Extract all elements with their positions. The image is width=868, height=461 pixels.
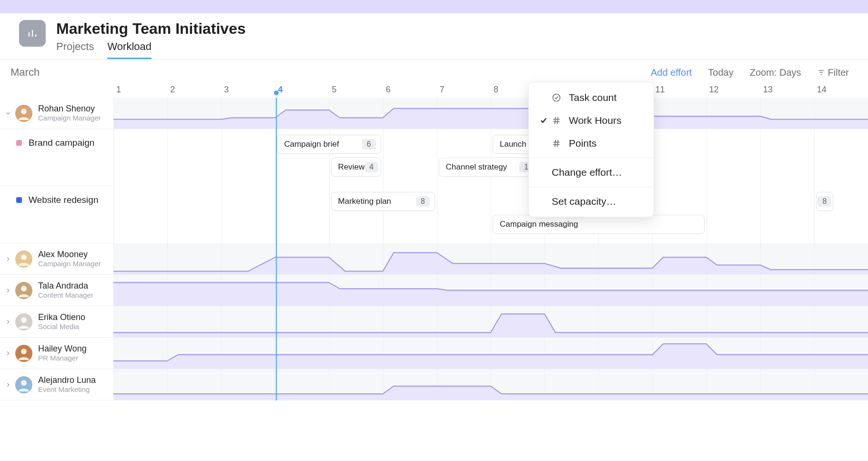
day-cell[interactable]: 2 [167,85,221,95]
task-badge: 8 [416,196,430,207]
chevron-right-icon[interactable] [4,381,12,388]
person-sidebar-cell[interactable]: Alejandro LunaEvent Marketing [0,369,113,400]
avatar [15,251,32,268]
task-label: Marketing plan [338,197,392,206]
svg-point-17 [21,380,27,386]
person-row: Erika OtienoSocial Media [0,306,868,338]
avatar [15,105,32,122]
task-card[interactable]: Review4 [331,158,381,177]
day-cell[interactable]: 1 [113,85,167,95]
person-name: Hailey Wong [38,344,87,354]
dropdown-work-hours[interactable]: Work Hours [529,109,654,132]
add-effort-button[interactable]: Add effort [651,67,692,78]
svg-point-13 [21,317,27,323]
task-label: Campaign brief [284,140,339,149]
day-cell[interactable]: 3 [221,85,275,95]
dropdown-task-count[interactable]: Task count [529,86,654,109]
task-card[interactable]: Campaign brief6 [277,135,381,154]
chevron-right-icon[interactable] [4,256,12,262]
task-card[interactable]: Marketing plan8 [331,192,435,211]
filter-label: Filter [828,67,849,78]
task-badge: 4 [364,162,378,172]
project-sidebar[interactable]: Brand campaign [0,129,113,186]
svg-point-18 [553,94,560,101]
svg-line-25 [555,140,556,147]
tab-workload[interactable]: Workload [107,40,151,59]
person-role: Campaign Manager [38,260,101,268]
svg-line-26 [557,140,558,147]
task-label: Channel strategy [446,162,507,172]
check-circle-icon [552,93,563,102]
zoom-button[interactable]: Zoom: Days [750,67,801,78]
day-cell[interactable]: 7 [437,85,491,95]
chevron-right-icon[interactable] [4,287,12,294]
chevron-right-icon[interactable] [4,350,12,357]
avatar [15,345,32,362]
day-cell[interactable]: 14 [814,85,868,95]
task-card[interactable]: Channel strategy12 [439,158,543,177]
dropdown-label: Change effort… [552,167,622,178]
dropdown-label: Points [569,138,596,149]
person-role: Content Manager [38,291,93,300]
avatar [15,376,32,393]
dropdown-separator [529,158,654,158]
project-sidebar[interactable]: Website redesign [0,186,113,243]
project-grid: Campaign brief6Review4Launch timelineCha… [113,129,868,186]
workload-cell [113,275,868,306]
project-color-dot [16,197,22,203]
tab-projects[interactable]: Projects [56,40,94,59]
timeline-sidebar [0,81,113,98]
person-sidebar-cell[interactable]: Tala AndradaContent Manager [0,275,113,306]
project-name: Brand campaign [29,138,94,148]
task-badge: 8 [818,196,831,207]
task-badge: 6 [362,139,376,150]
person-name: Tala Andrada [38,281,93,291]
day-cell[interactable]: 13 [760,85,814,95]
day-cell[interactable]: 12 [707,85,760,95]
timeline: 1234567891011121314 [0,81,868,98]
person-sidebar-cell[interactable]: Rohan ShenoyCampaign Manager [0,98,113,129]
workload-cell [113,306,868,337]
day-cell[interactable]: 5 [329,85,383,95]
task-card[interactable]: Campaign messaging [493,215,705,234]
person-role: Event Marketing [38,385,96,394]
today-button[interactable]: Today [708,67,733,78]
task-card[interactable]: 8 [816,192,833,211]
person-sidebar-cell[interactable]: Erika OtienoSocial Media [0,306,113,337]
day-cell[interactable]: 6 [383,85,437,95]
dropdown-label: Set capacity… [552,196,616,207]
person-sidebar-cell[interactable]: Hailey WongPR Manager [0,338,113,369]
project-row: Website redesignMarketing plan8Campaign … [0,186,868,243]
svg-point-15 [21,349,27,354]
person-sidebar-cell[interactable]: Alex MooneyCampaign Manager [0,243,113,274]
person-row: Hailey WongPR Manager [0,338,868,369]
month-label: March [10,66,651,79]
chevron-down-icon[interactable] [4,110,12,117]
avatar [15,282,32,299]
check-icon [539,116,550,125]
person-row: Tala AndradaContent Manager [0,275,868,306]
filter-button[interactable]: Filter [818,67,849,78]
tabs: Projects Workload [56,40,246,59]
svg-point-7 [21,109,27,114]
portfolio-icon [19,20,46,47]
task-label: Review [338,162,365,172]
avatar [15,313,32,331]
person-role: PR Manager [38,354,87,362]
person-name: Alex Mooney [38,250,101,260]
project-grid: Marketing plan8Campaign messaging8 [113,186,868,243]
dropdown-set-capacity[interactable]: Set capacity… [529,190,654,213]
project-color-dot [16,140,22,146]
workload-cell [113,369,868,400]
dropdown-points[interactable]: Points [529,132,654,155]
dropdown-change-effort[interactable]: Change effort… [529,161,654,184]
dropdown-label: Work Hours [569,115,621,126]
day-cell[interactable]: 4 [275,85,329,95]
project-row: Brand campaignCampaign brief6Review4Laun… [0,129,868,186]
day-cell[interactable]: 11 [652,85,706,95]
person-role: Campaign Manager [38,114,101,122]
task-label: Campaign messaging [500,220,578,229]
dropdown-label: Task count [569,92,616,103]
chevron-right-icon[interactable] [4,319,12,325]
workload-cell [113,98,868,129]
